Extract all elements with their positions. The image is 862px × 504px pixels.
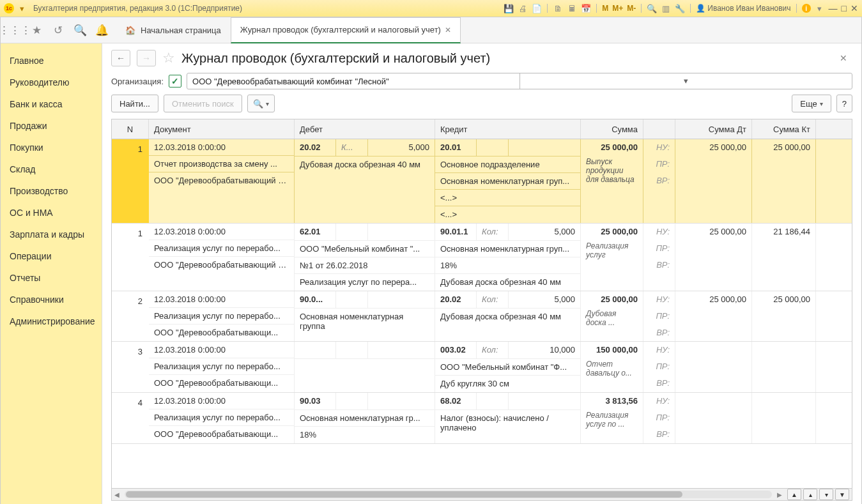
nav-forward-button[interactable]: → bbox=[137, 50, 156, 66]
cell-n: 4 bbox=[112, 393, 149, 443]
sidebar-item-1[interactable]: Руководителю bbox=[1, 72, 102, 93]
cancel-search-button[interactable]: Отменить поиск bbox=[164, 95, 242, 112]
table-footer: ◀ ▶ ▲ ▴ ▾ ▼ bbox=[112, 488, 852, 500]
data-table: N Документ Дебет Кредит Сумма Сумма Дт С… bbox=[111, 119, 852, 501]
scroll-right-icon[interactable]: ▶ bbox=[777, 491, 782, 498]
close-button[interactable]: ✕ bbox=[850, 3, 858, 13]
compare-icon[interactable]: 🗎 bbox=[553, 3, 563, 13]
sidebar-item-0[interactable]: Главное bbox=[1, 50, 102, 72]
sidebar-item-11[interactable]: Справочники bbox=[1, 289, 102, 310]
table-row[interactable]: 212.03.2018 0:00:00Реализация услуг по п… bbox=[112, 291, 852, 342]
horizontal-scrollbar[interactable] bbox=[125, 491, 772, 498]
org-checkbox[interactable]: ✓ bbox=[169, 75, 181, 88]
table-row[interactable]: 312.03.2018 0:00:00Реализация услуг по п… bbox=[112, 342, 852, 393]
sidebar-item-3[interactable]: Продажи bbox=[1, 115, 102, 137]
page-title: Журнал проводок (бухгалтерский и налогов… bbox=[181, 51, 490, 66]
sidebar-item-12[interactable]: Администрирование bbox=[1, 310, 102, 332]
scroll-left-icon[interactable]: ◀ bbox=[114, 491, 119, 498]
goto-top-button[interactable]: ▲ bbox=[787, 489, 801, 500]
tab-home[interactable]: 🏠 Начальная страница bbox=[116, 18, 231, 43]
nav-back-button[interactable]: ← bbox=[111, 50, 130, 66]
sidebar-item-8[interactable]: Зарплата и кадры bbox=[1, 224, 102, 245]
sidebar-item-5[interactable]: Склад bbox=[1, 158, 102, 180]
titlebar: 1c ▾ Бухгалтерия предприятия, редакция 3… bbox=[0, 0, 862, 17]
search-dropdown-button[interactable]: 🔍▾ bbox=[247, 95, 275, 112]
favorite-icon[interactable]: ☆ bbox=[162, 50, 175, 66]
col-n[interactable]: N bbox=[112, 119, 149, 139]
document-icon[interactable]: 📄 bbox=[532, 3, 542, 13]
sidebar: ГлавноеРуководителюБанк и кассаПродажиПо… bbox=[1, 43, 102, 504]
sidebar-item-7[interactable]: ОС и НМА bbox=[1, 202, 102, 224]
sidebar-item-9[interactable]: Операции bbox=[1, 245, 102, 267]
cell-n: 1 bbox=[112, 139, 149, 223]
history-icon[interactable]: ↺ bbox=[52, 24, 65, 36]
memory-m-button[interactable]: M bbox=[602, 4, 608, 13]
window-title: Бухгалтерия предприятия, редакция 3.0 (1… bbox=[33, 4, 242, 13]
col-sum[interactable]: Сумма bbox=[581, 119, 643, 139]
print-icon[interactable]: 🖨 bbox=[518, 3, 528, 13]
find-button[interactable]: Найти... bbox=[111, 95, 158, 112]
calendar-icon[interactable]: 📅 bbox=[581, 3, 591, 13]
user-icon: 👤 bbox=[696, 4, 705, 13]
cell-n: 1 bbox=[112, 224, 149, 291]
save-icon[interactable]: 💾 bbox=[504, 3, 514, 13]
table-row[interactable]: 412.03.2018 0:00:00Реализация услуг по п… bbox=[112, 393, 852, 444]
page-close-icon[interactable]: ✕ bbox=[835, 53, 852, 63]
dropdown-icon[interactable]: ▾ bbox=[17, 3, 27, 13]
go-up-button[interactable]: ▴ bbox=[803, 489, 817, 500]
table-header: N Документ Дебет Кредит Сумма Сумма Дт С… bbox=[112, 119, 852, 139]
maximize-button[interactable]: □ bbox=[842, 3, 847, 13]
sidebar-item-2[interactable]: Банк и касса bbox=[1, 93, 102, 115]
goto-bottom-button[interactable]: ▼ bbox=[835, 489, 849, 500]
memory-mplus-button[interactable]: M+ bbox=[612, 4, 623, 13]
calc-icon[interactable]: 🖩 bbox=[567, 3, 577, 13]
logo-1c-icon: 1c bbox=[4, 3, 14, 13]
apps-icon[interactable]: ⋮⋮⋮ bbox=[8, 24, 21, 36]
table-row[interactable]: 112.03.2018 0:00:00Отчет производства за… bbox=[112, 139, 852, 224]
sidebar-item-10[interactable]: Отчеты bbox=[1, 267, 102, 289]
table-row[interactable]: 112.03.2018 0:00:00Реализация услуг по п… bbox=[112, 224, 852, 291]
cell-n: 2 bbox=[112, 291, 149, 341]
org-label: Организация: bbox=[111, 77, 164, 86]
sidebar-item-6[interactable]: Производство bbox=[1, 180, 102, 202]
tab-home-label: Начальная страница bbox=[141, 26, 221, 35]
table-body[interactable]: 112.03.2018 0:00:00Отчет производства за… bbox=[112, 139, 852, 488]
sidebar-item-4[interactable]: Покупки bbox=[1, 137, 102, 158]
col-sum-kt[interactable]: Сумма Кт bbox=[752, 119, 816, 139]
col-sum-dt[interactable]: Сумма Дт bbox=[675, 119, 752, 139]
zoom-icon[interactable]: 🔍 bbox=[647, 3, 657, 13]
current-user[interactable]: 👤 Иванов Иван Иванович bbox=[696, 4, 790, 13]
tab-close-icon[interactable]: ✕ bbox=[445, 26, 451, 34]
tab-journal[interactable]: Журнал проводок (бухгалтерский и налогов… bbox=[231, 17, 461, 43]
col-labels bbox=[643, 119, 675, 139]
info-dropdown-icon[interactable]: ▾ bbox=[815, 3, 825, 13]
more-button[interactable]: Еще ▾ bbox=[792, 95, 831, 112]
help-icon[interactable]: i bbox=[802, 4, 811, 13]
col-document[interactable]: Документ bbox=[149, 119, 295, 139]
go-down-button[interactable]: ▾ bbox=[819, 489, 833, 500]
panels-icon[interactable]: ▥ bbox=[661, 3, 671, 13]
col-debit[interactable]: Дебет bbox=[295, 119, 435, 139]
minimize-button[interactable]: — bbox=[829, 3, 838, 13]
col-credit[interactable]: Кредит bbox=[435, 119, 581, 139]
memory-mminus-button[interactable]: M- bbox=[627, 4, 636, 13]
org-input[interactable]: ООО "Деревообрабатывающий комбинат "Лесн… bbox=[187, 73, 852, 89]
star-icon[interactable]: ★ bbox=[30, 24, 43, 36]
org-value: ООО "Деревообрабатывающий комбинат "Лесн… bbox=[187, 77, 519, 86]
tab-journal-label: Журнал проводок (бухгалтерский и налогов… bbox=[240, 25, 441, 34]
cell-n: 3 bbox=[112, 342, 149, 392]
tool-icon[interactable]: 🔧 bbox=[675, 3, 685, 13]
home-icon: 🏠 bbox=[125, 26, 135, 35]
org-dropdown-icon[interactable]: ▾ bbox=[520, 73, 852, 89]
help-button[interactable]: ? bbox=[836, 95, 852, 112]
bell-icon[interactable]: 🔔 bbox=[95, 24, 108, 36]
search-icon[interactable]: 🔍 bbox=[73, 24, 86, 36]
user-name: Иванов Иван Иванович bbox=[707, 4, 790, 13]
